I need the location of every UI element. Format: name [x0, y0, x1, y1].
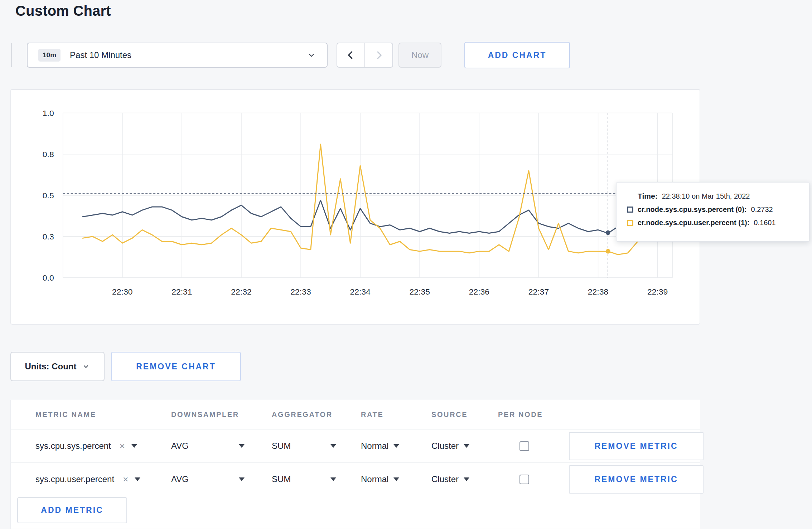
- source-select[interactable]: Cluster: [431, 474, 469, 484]
- table-row: sys.cpu.sys.percent × AVG SUM Normal: [11, 429, 700, 462]
- aggregator-value: SUM: [272, 441, 291, 451]
- col-header-rate: RATE: [361, 411, 431, 419]
- col-header-metric-name: METRIC NAME: [35, 411, 171, 419]
- chevron-left-icon: [345, 50, 356, 60]
- metric-name-select[interactable]: sys.cpu.user.percent ×: [35, 474, 140, 484]
- downsampler-value: AVG: [171, 474, 189, 484]
- rate-value: Normal: [361, 474, 388, 484]
- clear-metric-x-icon[interactable]: ×: [120, 441, 125, 451]
- time-prev-button[interactable]: [337, 43, 365, 68]
- caret-down-icon: [239, 477, 245, 481]
- units-dropdown-label: Units: Count: [25, 361, 77, 372]
- now-button[interactable]: Now: [398, 43, 441, 68]
- table-row: sys.cpu.user.percent × AVG SUM Normal: [11, 462, 700, 496]
- svg-text:22:38: 22:38: [588, 287, 608, 297]
- chart-panel: 22:3022:3122:3222:3322:3422:3522:3622:37…: [10, 89, 700, 325]
- tooltip-time-row: Time: 22:38:10 on Mar 15th, 2022: [627, 192, 798, 200]
- caret-down-icon: [135, 477, 140, 481]
- svg-text:22:33: 22:33: [290, 287, 311, 297]
- series-swatch-sys-icon: [627, 207, 633, 213]
- metric-name-label: sys.cpu.user.percent: [35, 474, 114, 484]
- units-dropdown[interactable]: Units: Count: [10, 352, 105, 381]
- svg-text:22:31: 22:31: [171, 287, 192, 297]
- remove-chart-button[interactable]: REMOVE CHART: [111, 352, 241, 381]
- col-header-source: SOURCE: [431, 411, 498, 419]
- chart-canvas[interactable]: 22:3022:3122:3222:3322:3422:3522:3622:37…: [11, 90, 700, 324]
- tooltip-series-value: 0.1601: [754, 219, 775, 227]
- caret-down-icon: [330, 477, 336, 481]
- source-value: Cluster: [431, 474, 459, 484]
- tooltip-series-row: cr.node.sys.cpu.sys.percent (0): 0.2732: [627, 205, 798, 214]
- time-next-button[interactable]: [364, 43, 393, 68]
- add-metric-button[interactable]: ADD METRIC: [17, 497, 127, 523]
- remove-metric-button[interactable]: REMOVE METRIC: [569, 465, 704, 494]
- svg-text:22:32: 22:32: [231, 287, 251, 297]
- col-header-downsampler: DOWNSAMPLER: [171, 411, 272, 419]
- caret-down-icon: [239, 444, 245, 448]
- aggregator-select[interactable]: SUM: [272, 441, 336, 451]
- chevron-right-icon: [373, 50, 384, 60]
- tooltip-series-row: cr.node.sys.cpu.user.percent (1): 0.1601: [627, 219, 798, 227]
- caret-down-icon: [393, 477, 399, 481]
- metric-rows: sys.cpu.sys.percent × AVG SUM Normal: [11, 429, 700, 496]
- chart-tooltip: Time: 22:38:10 on Mar 15th, 2022 cr.node…: [616, 182, 809, 242]
- time-window-badge: 10m: [38, 49, 61, 62]
- rate-value: Normal: [361, 441, 388, 451]
- svg-text:22:36: 22:36: [469, 287, 489, 297]
- svg-text:22:37: 22:37: [528, 287, 549, 297]
- svg-text:1.0: 1.0: [43, 108, 54, 118]
- tooltip-time-label: Time:: [638, 192, 658, 200]
- caret-down-icon: [393, 444, 399, 448]
- aggregator-value: SUM: [272, 474, 291, 484]
- svg-text:0.0: 0.0: [43, 273, 54, 282]
- aggregator-select[interactable]: SUM: [272, 474, 336, 484]
- tooltip-series-name: cr.node.sys.cpu.user.percent (1):: [638, 219, 749, 227]
- remove-metric-button[interactable]: REMOVE METRIC: [569, 432, 704, 460]
- metric-name-label: sys.cpu.sys.percent: [35, 441, 111, 451]
- metric-name-select[interactable]: sys.cpu.sys.percent ×: [35, 441, 137, 451]
- rate-select[interactable]: Normal: [361, 474, 399, 484]
- caret-down-icon: [464, 444, 469, 448]
- svg-text:0.5: 0.5: [43, 191, 54, 200]
- downsampler-select[interactable]: AVG: [171, 441, 245, 451]
- caret-down-icon: [464, 477, 469, 481]
- tooltip-series-value: 0.2732: [751, 205, 773, 214]
- svg-text:22:39: 22:39: [647, 287, 668, 297]
- time-window-label: Past 10 Minutes: [70, 50, 131, 60]
- time-window-dropdown[interactable]: 10m Past 10 Minutes: [27, 43, 328, 68]
- tooltip-time-value: 22:38:10 on Mar 15th, 2022: [662, 192, 750, 200]
- clear-metric-x-icon[interactable]: ×: [123, 475, 128, 484]
- caret-down-icon: [330, 444, 336, 448]
- col-header-per-node: PER NODE: [498, 411, 569, 419]
- source-select[interactable]: Cluster: [431, 441, 469, 451]
- rate-select[interactable]: Normal: [361, 441, 399, 451]
- chevron-down-icon: [307, 50, 316, 60]
- tooltip-series-name: cr.node.sys.cpu.sys.percent (0):: [638, 205, 747, 214]
- series-swatch-user-icon: [627, 220, 633, 226]
- downsampler-value: AVG: [171, 441, 189, 451]
- per-node-checkbox[interactable]: [519, 441, 529, 451]
- svg-text:22:34: 22:34: [350, 287, 371, 297]
- col-header-aggregator: AGGREGATOR: [272, 411, 361, 419]
- toolbar-divider: [11, 43, 12, 67]
- svg-text:0.3: 0.3: [43, 232, 54, 241]
- caret-down-icon: [131, 444, 137, 448]
- page-title: Custom Chart: [15, 3, 111, 19]
- per-node-checkbox[interactable]: [519, 475, 529, 484]
- downsampler-select[interactable]: AVG: [171, 474, 245, 484]
- svg-text:22:35: 22:35: [410, 287, 430, 297]
- metrics-table-header: METRIC NAME DOWNSAMPLER AGGREGATOR RATE …: [11, 400, 700, 429]
- source-value: Cluster: [431, 441, 459, 451]
- chevron-down-icon: [82, 363, 90, 370]
- svg-text:0.8: 0.8: [43, 150, 54, 159]
- svg-text:22:30: 22:30: [112, 287, 132, 297]
- add-chart-button[interactable]: ADD CHART: [464, 42, 570, 68]
